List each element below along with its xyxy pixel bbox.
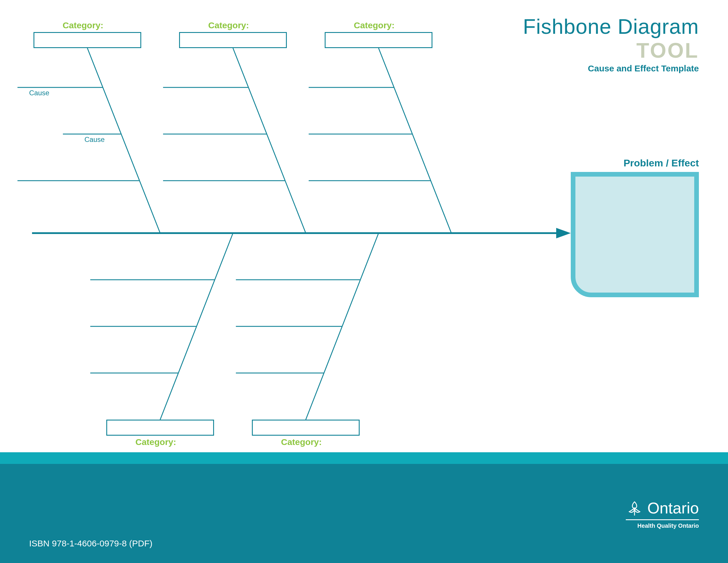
problem-effect-box[interactable] bbox=[571, 172, 699, 297]
svg-line-4 bbox=[379, 48, 451, 233]
subtitle: Cause and Effect Template bbox=[523, 63, 699, 73]
footer-main: ISBN 978-1-4606-0979-8 (PDF) Ontario Hea… bbox=[0, 464, 728, 563]
cause-label-2: Cause bbox=[84, 135, 105, 144]
svg-line-3 bbox=[233, 48, 306, 233]
category-box-top-1[interactable] bbox=[33, 32, 141, 48]
header-block: Fishbone Diagram TOOL Cause and Effect T… bbox=[523, 15, 699, 73]
diagram-area: Fishbone Diagram TOOL Cause and Effect T… bbox=[0, 0, 728, 455]
logo-subtext: Health Quality Ontario bbox=[637, 523, 699, 529]
title-tool: TOOL bbox=[523, 38, 699, 62]
category-label-top-3: Category: bbox=[354, 20, 395, 30]
isbn-text: ISBN 978-1-4606-0979-8 (PDF) bbox=[29, 539, 153, 548]
svg-marker-1 bbox=[556, 228, 571, 238]
cause-label-1: Cause bbox=[29, 89, 49, 97]
title-main: Fishbone Diagram bbox=[523, 15, 699, 38]
category-label-bottom-1: Category: bbox=[135, 437, 176, 447]
ontario-logo: Ontario Health Quality Ontario bbox=[626, 499, 699, 529]
logo-text: Ontario bbox=[647, 499, 699, 517]
category-box-bottom-1[interactable] bbox=[106, 420, 214, 436]
category-box-top-2[interactable] bbox=[179, 32, 287, 48]
category-label-top-1: Category: bbox=[63, 20, 103, 30]
trillium-icon bbox=[626, 500, 643, 517]
category-box-top-3[interactable] bbox=[325, 32, 432, 48]
problem-effect-label: Problem / Effect bbox=[623, 157, 699, 169]
category-box-bottom-2[interactable] bbox=[252, 420, 360, 436]
footer: ISBN 978-1-4606-0979-8 (PDF) Ontario Hea… bbox=[0, 452, 728, 563]
category-label-top-2: Category: bbox=[208, 20, 249, 30]
category-label-bottom-2: Category: bbox=[281, 437, 322, 447]
footer-accent-bar bbox=[0, 452, 728, 464]
